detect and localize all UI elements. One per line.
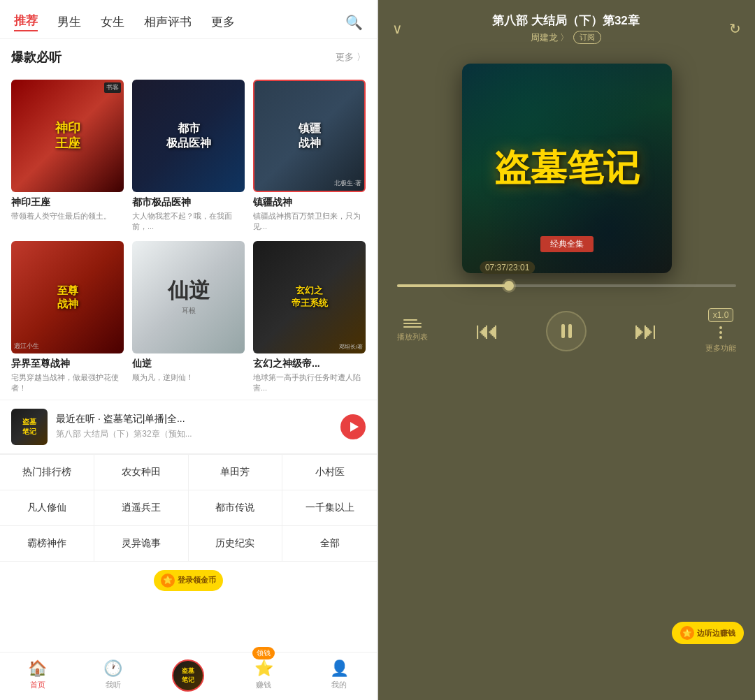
nav-listen[interactable]: 🕐 我听 xyxy=(76,657,151,693)
book-title-2: 都市极品医神 xyxy=(132,196,245,209)
nav-item-nansheng[interactable]: 男生 xyxy=(57,14,81,30)
book-title-3: 镇疆战神 xyxy=(253,196,366,209)
book-title-5: 仙逆 xyxy=(132,358,245,370)
playlist-line-3 xyxy=(403,326,422,328)
more-dot-2 xyxy=(719,331,722,334)
book-desc-2: 大人物我惹不起？哦，在我面前，... xyxy=(132,211,245,233)
recently-sub: 第八部 大结局（下）第32章（预知... xyxy=(56,428,340,440)
nav-item-gengduo[interactable]: 更多 xyxy=(211,14,235,30)
lingqian-text: 领钱 xyxy=(252,647,275,659)
right-top-bar: ∨ 第八部 大结局（下）第32章 周建龙 〉 订阅 ↻ xyxy=(378,0,755,50)
controls-section: 播放列表 ⏮ ⏭ x1.0 更多功能 xyxy=(397,308,736,353)
book-item-5[interactable]: 仙逆 耳根 仙逆 顺为凡，逆则仙！ xyxy=(132,241,245,394)
tag-yiqianjiyishang[interactable]: 一千集以上 xyxy=(282,490,377,526)
album-subtitle: 经典全集 xyxy=(540,236,594,252)
tag-xiaocunyi[interactable]: 小村医 xyxy=(282,455,377,490)
speed-button[interactable]: x1.0 xyxy=(708,308,734,322)
progress-fill xyxy=(397,284,509,287)
book-cover-1: 神印王座 书客 xyxy=(11,80,124,192)
progress-thumb[interactable]: 07:37/23:01 xyxy=(504,281,514,291)
right-title-block: 第八部 大结局（下）第32章 周建龙 〉 订阅 xyxy=(403,13,729,44)
more-label: 更多功能 xyxy=(705,343,736,353)
home-icon: 🏠 xyxy=(28,659,47,678)
nav-earn[interactable]: 领钱 ⭐ 赚钱 xyxy=(226,657,301,693)
tag-quanbu[interactable]: 全部 xyxy=(282,526,377,562)
playlist-icon xyxy=(403,319,422,328)
book-cover-2: 都市极品医神 xyxy=(132,80,245,192)
refresh-button[interactable]: ↻ xyxy=(729,20,741,37)
tag-lishijishi[interactable]: 历史纪实 xyxy=(189,526,283,562)
login-coin-button[interactable]: ⭐ 登录领金币 xyxy=(154,570,223,591)
more-button[interactable] xyxy=(719,326,722,339)
next-button[interactable]: ⏭ xyxy=(634,317,658,344)
back-button[interactable]: ∨ xyxy=(392,20,403,37)
recently-play-button[interactable] xyxy=(340,414,366,439)
book-desc-3: 镇疆战神携百万禁卫归来，只为见... xyxy=(253,211,366,233)
playlist-button[interactable]: 播放列表 xyxy=(397,319,428,342)
recently-title: 最近在听 · 盗墓笔记|单播|全... xyxy=(56,413,340,425)
book-grid: 神印王座 书客 神印王座 带领着人类守住最后的领土。 都市极品医神 都市极品医神… xyxy=(0,80,377,394)
mine-icon: 👤 xyxy=(330,659,349,678)
prev-button[interactable]: ⏮ xyxy=(475,317,499,344)
nav-item-nvsheng[interactable]: 女生 xyxy=(101,14,124,30)
right-subtitle: 周建龙 〉 订阅 xyxy=(403,31,729,44)
right-title: 第八部 大结局（下）第32章 xyxy=(403,13,729,29)
book-title-4: 异界至尊战神 xyxy=(11,358,124,370)
tag-dantienfang[interactable]: 单田芳 xyxy=(189,455,283,490)
tag-hotrank[interactable]: 热门排行榜 xyxy=(0,455,94,490)
progress-bar[interactable]: 07:37/23:01 xyxy=(397,284,736,287)
book-item-3[interactable]: 镇疆战神 北极生·著 镇疆战神 镇疆战神携百万禁卫归来，只为见... xyxy=(253,80,366,233)
book-desc-5: 顺为凡，逆则仙！ xyxy=(132,372,245,383)
pause-icon xyxy=(561,324,572,338)
tag-babang[interactable]: 霸榜神作 xyxy=(0,526,94,562)
nav-earn-label: 赚钱 xyxy=(256,680,271,690)
recently-thumb: 盗墓笔记 xyxy=(11,409,48,445)
top-nav: 推荐 男生 女生 相声评书 更多 🔍 xyxy=(0,0,377,39)
coin-btn-label: 登录领金币 xyxy=(178,575,216,585)
book-item-4[interactable]: 至尊战神 逍江小生 异界至尊战神 宅男穿越当战神，做最强护花使者！ xyxy=(11,241,124,394)
album-title: 盗墓笔记 xyxy=(494,148,640,188)
tag-dushichuanshuo[interactable]: 都市传说 xyxy=(189,490,283,526)
more-dot-3 xyxy=(719,336,722,339)
recently-info: 最近在听 · 盗墓笔记|单播|全... 第八部 大结局（下）第32章（预知... xyxy=(56,413,340,440)
book-cover-3: 镇疆战神 北极生·著 xyxy=(253,80,366,192)
book-title-1: 神印王座 xyxy=(11,196,124,209)
nav-item-xiangsheng[interactable]: 相声评书 xyxy=(144,14,192,30)
search-icon[interactable]: 🔍 xyxy=(345,14,363,31)
author-link[interactable]: 周建龙 〉 xyxy=(531,31,570,44)
bottom-nav: 🏠 首页 🕐 我听 盗墓笔记 领钱 ⭐ 赚钱 👤 我的 xyxy=(0,652,377,700)
earn-while-listen-button[interactable]: ⭐ 边听边赚钱 xyxy=(672,622,744,644)
playlist-line-1 xyxy=(403,319,417,321)
playlist-label: 播放列表 xyxy=(397,332,428,342)
tags-grid: 热门排行榜 农女种田 单田芳 小村医 凡人修仙 逍遥兵王 都市传说 一千集以上 … xyxy=(0,454,377,562)
album-art: 盗墓笔记 经典全集 xyxy=(462,64,672,273)
book-item-1[interactable]: 神印王座 书客 神印王座 带领着人类守住最后的领土。 xyxy=(11,80,124,233)
center-avatar-img: 盗墓笔记 xyxy=(172,659,204,692)
listen-icon: 🕐 xyxy=(103,659,122,678)
speed-more-group: x1.0 更多功能 xyxy=(705,308,736,353)
book-item-6[interactable]: 玄幻之帝王系统 邓坦长/著 玄幻之神级帝... 地球第一高手执行任务时遭人陷害.… xyxy=(253,241,366,394)
hot-section-more[interactable]: 更多 〉 xyxy=(336,51,366,64)
nav-mine[interactable]: 👤 我的 xyxy=(301,657,377,693)
play-triangle-icon xyxy=(350,422,359,432)
book-cover-5: 仙逆 耳根 xyxy=(132,241,245,353)
more-dot-1 xyxy=(719,326,722,329)
hot-section-header: 爆款必听 更多 〉 xyxy=(0,39,377,80)
book-title-6: 玄幻之神级帝... xyxy=(253,358,366,370)
progress-section: 07:37/23:01 xyxy=(397,284,736,293)
tag-lingyigui[interactable]: 灵异诡事 xyxy=(94,526,189,562)
recently-bar[interactable]: 盗墓笔记 最近在听 · 盗墓笔记|单播|全... 第八部 大结局（下）第32章（… xyxy=(0,400,377,454)
nav-center-avatar[interactable]: 盗墓笔记 xyxy=(151,657,226,693)
nav-listen-label: 我听 xyxy=(106,680,121,690)
tag-xiaoyaobingwang[interactable]: 逍遥兵王 xyxy=(94,490,189,526)
book-item-2[interactable]: 都市极品医神 都市极品医神 大人物我惹不起？哦，在我面前，... xyxy=(132,80,245,233)
pause-button[interactable] xyxy=(546,311,587,351)
tag-fanrenxiuxian[interactable]: 凡人修仙 xyxy=(0,490,94,526)
book-desc-1: 带领着人类守住最后的领土。 xyxy=(11,211,124,221)
tag-nongnv[interactable]: 农女种田 xyxy=(94,455,189,490)
playlist-line-2 xyxy=(403,323,422,324)
subscribe-button[interactable]: 订阅 xyxy=(573,31,601,44)
nav-item-tuijian[interactable]: 推荐 xyxy=(14,13,38,31)
nav-home[interactable]: 🏠 首页 xyxy=(0,657,76,693)
lingqian-badge: 领钱 ⭐ xyxy=(254,659,273,678)
